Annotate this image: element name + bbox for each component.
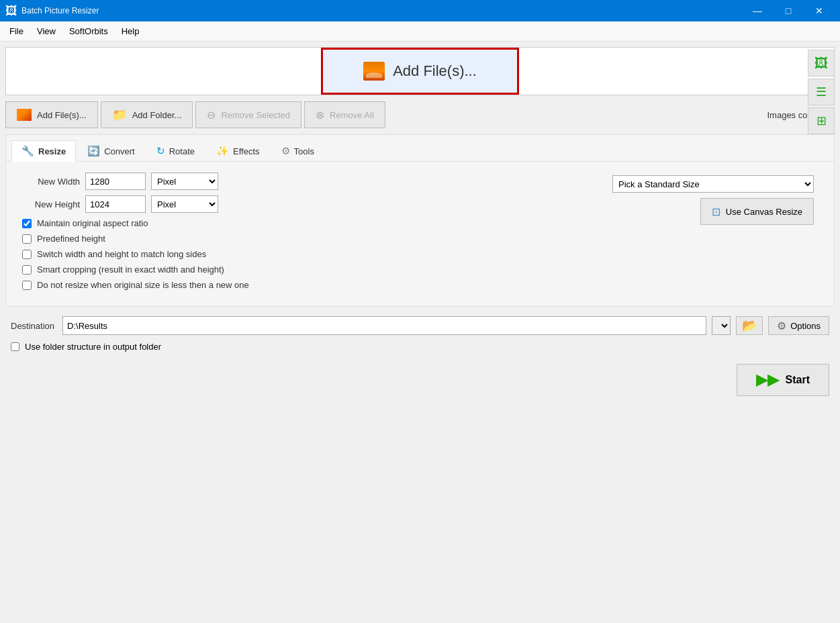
- view-grid-button[interactable]: ⊞: [808, 107, 835, 134]
- standard-size-select[interactable]: Pick a Standard Size: [612, 175, 814, 193]
- maintain-aspect-ratio-label: Maintain original aspect ratio: [37, 218, 148, 228]
- add-files-icon: [17, 109, 32, 121]
- menu-softorbits[interactable]: SoftOrbits: [62, 23, 115, 39]
- no-resize-smaller-label: Do not resize when original size is less…: [37, 280, 249, 290]
- options-button[interactable]: ⚙ Options: [768, 316, 829, 335]
- file-drop-area: Add File(s)...: [5, 47, 835, 95]
- new-width-label: New Width: [19, 177, 80, 187]
- titlebar: 🖼 Batch Picture Resizer — □ ✕: [0, 0, 840, 21]
- folder-structure-label: Use folder structure in output folder: [25, 342, 161, 352]
- canvas-resize-icon: ⊡: [712, 205, 720, 218]
- destination-bar: Destination 📂 ⚙ Options: [5, 311, 835, 338]
- maintain-aspect-ratio-row: Maintain original aspect ratio: [19, 218, 607, 228]
- destination-input[interactable]: [62, 316, 706, 335]
- settings-panel: 🔧 Resize 🔄 Convert ↻ Rotate ✨ Effects ⚙ …: [5, 134, 835, 307]
- canvas-resize-label: Use Canvas Resize: [726, 207, 802, 217]
- predefined-height-checkbox[interactable]: [22, 234, 32, 244]
- rotate-tab-label: Rotate: [169, 146, 195, 156]
- add-folder-button[interactable]: 📁 Add Folder...: [101, 101, 193, 128]
- start-button[interactable]: ▶▶ Start: [737, 364, 829, 396]
- effects-tab-label: Effects: [233, 146, 260, 156]
- tab-tools[interactable]: ⚙ Tools: [271, 140, 324, 161]
- convert-tab-label: Convert: [104, 146, 135, 156]
- main-area: Add File(s)... 🖼 ☰ ⊞ Add File(s)... 📁 Ad…: [0, 42, 840, 623]
- gear-icon: ⚙: [777, 320, 786, 332]
- menu-file[interactable]: File: [3, 23, 30, 39]
- resize-fields: New Width Pixel Percent Inch Cm New Heig…: [19, 173, 607, 295]
- options-label: Options: [790, 321, 821, 331]
- remove-all-button[interactable]: ⊗ Remove All: [304, 101, 385, 128]
- new-height-input[interactable]: [85, 195, 146, 213]
- toolbar: Add File(s)... 📁 Add Folder... ⊖ Remove …: [5, 99, 835, 130]
- smart-cropping-row: Smart cropping (result in exact width an…: [19, 265, 607, 275]
- new-height-label: New Height: [19, 199, 80, 209]
- convert-tab-icon: 🔄: [87, 145, 100, 157]
- smart-cropping-label: Smart cropping (result in exact width an…: [37, 265, 224, 275]
- app-icon: 🖼: [5, 4, 17, 18]
- start-area: ▶▶ Start: [5, 361, 835, 401]
- destination-browse-button[interactable]: 📂: [736, 316, 763, 335]
- window-controls: — □ ✕: [742, 0, 835, 21]
- predefined-height-row: Predefined height: [19, 234, 607, 244]
- fields-and-canvas: New Width Pixel Percent Inch Cm New Heig…: [19, 173, 821, 295]
- maintain-aspect-ratio-checkbox[interactable]: [22, 219, 32, 228]
- minimize-button[interactable]: —: [742, 0, 773, 21]
- maximize-button[interactable]: □: [773, 0, 804, 21]
- remove-selected-icon: ⊖: [207, 109, 216, 122]
- resize-right-panel: Pick a Standard Size ⊡ Use Canvas Resize: [607, 173, 821, 225]
- switch-width-height-label: Switch width and height to match long si…: [37, 249, 206, 259]
- tools-tab-icon: ⚙: [281, 145, 290, 157]
- menu-help[interactable]: Help: [115, 23, 146, 39]
- add-files-button[interactable]: Add File(s)...: [5, 101, 98, 128]
- start-label: Start: [786, 374, 810, 386]
- no-resize-smaller-checkbox[interactable]: [22, 281, 32, 290]
- effects-tab-icon: ✨: [216, 145, 229, 157]
- tab-rotate[interactable]: ↻ Rotate: [146, 140, 205, 161]
- no-resize-smaller-row: Do not resize when original size is less…: [19, 280, 607, 290]
- close-button[interactable]: ✕: [804, 0, 835, 21]
- smart-cropping-checkbox[interactable]: [22, 265, 32, 275]
- tab-effects[interactable]: ✨ Effects: [206, 140, 270, 161]
- menu-view[interactable]: View: [30, 23, 62, 39]
- tabs-bar: 🔧 Resize 🔄 Convert ↻ Rotate ✨ Effects ⚙ …: [6, 140, 834, 162]
- view-thumbnails-button[interactable]: 🖼: [808, 50, 835, 77]
- predefined-height-label: Predefined height: [37, 234, 105, 244]
- menubar: File View SoftOrbits Help: [0, 21, 840, 42]
- new-height-row: New Height Pixel Percent Inch Cm: [19, 195, 607, 213]
- remove-all-label: Remove All: [330, 110, 374, 120]
- destination-label: Destination: [11, 321, 54, 331]
- view-list-button[interactable]: ☰: [808, 79, 835, 105]
- browse-icon: 📂: [742, 318, 757, 333]
- rotate-tab-icon: ↻: [156, 145, 165, 157]
- canvas-resize-button[interactable]: ⊡ Use Canvas Resize: [700, 198, 814, 225]
- add-folder-icon: 📁: [112, 107, 127, 122]
- remove-all-icon: ⊗: [316, 109, 324, 122]
- destination-dropdown[interactable]: [712, 316, 731, 335]
- tools-tab-label: Tools: [294, 146, 314, 156]
- resize-tab-icon: 🔧: [21, 145, 34, 157]
- folder-structure-row: Use folder structure in output folder: [5, 342, 835, 357]
- tab-convert[interactable]: 🔄 Convert: [77, 140, 145, 161]
- add-folder-label: Add Folder...: [132, 110, 182, 120]
- remove-selected-button[interactable]: ⊖ Remove Selected: [195, 101, 301, 128]
- switch-width-height-checkbox[interactable]: [22, 250, 32, 259]
- height-unit-select[interactable]: Pixel Percent Inch Cm: [151, 195, 218, 213]
- add-files-big-label: Add File(s)...: [393, 62, 477, 80]
- add-files-big-button[interactable]: Add File(s)...: [321, 48, 519, 95]
- folder-structure-checkbox[interactable]: [11, 342, 19, 351]
- new-width-row: New Width Pixel Percent Inch Cm: [19, 173, 607, 190]
- start-arrow-icon: ▶▶: [756, 371, 779, 389]
- switch-width-height-row: Switch width and height to match long si…: [19, 249, 607, 259]
- tab-resize[interactable]: 🔧 Resize: [11, 140, 76, 162]
- resize-tab-label: Resize: [38, 146, 66, 156]
- new-width-input[interactable]: [85, 173, 146, 190]
- width-unit-select[interactable]: Pixel Percent Inch Cm: [151, 173, 218, 190]
- add-files-big-icon: [363, 62, 385, 81]
- app-title: Batch Picture Resizer: [21, 6, 742, 15]
- remove-selected-label: Remove Selected: [221, 110, 290, 120]
- resize-settings: New Width Pixel Percent Inch Cm New Heig…: [6, 170, 834, 298]
- add-files-label: Add File(s)...: [37, 110, 87, 120]
